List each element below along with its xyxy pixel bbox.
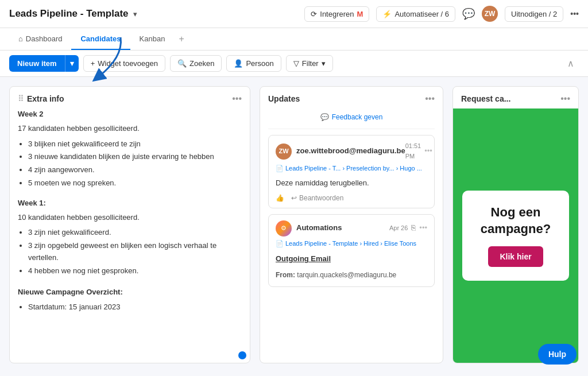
update1-text: Deze namiddag terugbellen.	[276, 177, 427, 189]
tab-candidates[interactable]: Candidates	[71, 29, 130, 50]
request-header: Request ca... •••	[453, 87, 578, 108]
new-item-caret-icon[interactable]: ▾	[65, 55, 79, 72]
update1-author: ZW zoe.wittebrood@mediaguru.be	[276, 144, 405, 160]
integreren-label: Integreren	[320, 10, 354, 18]
update1-breadcrumb: 📄 Leads Pipeline - T... › Preselection b…	[276, 164, 427, 174]
uitnodigen-button[interactable]: Uitnodigen / 2	[505, 6, 563, 22]
integreren-button[interactable]: ⟳ Integreren M	[304, 6, 369, 22]
extra-info-title-text: Extra info	[27, 94, 64, 103]
list-item: 5 moeten we nog spreken.	[28, 177, 242, 189]
title-chevron-icon[interactable]: ▾	[133, 10, 137, 18]
add-widget-button[interactable]: + Widget toevoegen	[83, 55, 165, 72]
klik-hier-button[interactable]: Klik hier	[488, 246, 543, 267]
week1-bullets: 3 zijn niet gekwalificeerd. 3 zijn opgeb…	[18, 227, 242, 277]
topbar: Leads Pipeline - Template ▾ ⟳ Integreren…	[0, 0, 588, 28]
like-button[interactable]: 👍	[276, 194, 284, 202]
automation-right: Apr 26 ⎘ •••	[389, 222, 427, 234]
copy-icon[interactable]: ⎘	[411, 222, 416, 234]
automation-date: Apr 26	[389, 223, 408, 234]
update1-breadcrumb-3[interactable]: Hugo ...	[400, 164, 422, 174]
tab-candidates-label: Candidates	[80, 34, 121, 43]
list-item: 3 nieuwe kandidaten blijken de juiste er…	[28, 151, 242, 163]
filter-icon: ▽	[293, 59, 299, 68]
integreren-icon: ⟳	[311, 10, 317, 18]
request-menu-icon[interactable]: •••	[560, 94, 570, 104]
filter-caret-icon: ▾	[322, 59, 326, 68]
update1-author-info: zoe.wittebrood@mediaguru.be	[296, 145, 405, 157]
avatar[interactable]: ZW	[482, 6, 498, 22]
person-button[interactable]: 👤 Persoon	[226, 55, 281, 72]
extra-info-menu-icon[interactable]: •••	[232, 94, 242, 104]
week2-intro: 17 kandidaten hebben gesolliciteerd.	[18, 123, 242, 135]
automatiseer-button[interactable]: ⚡ Automatiseer / 6	[376, 6, 455, 22]
feedback-section: 💬 Feedback geven	[268, 108, 435, 129]
gmail-icon: M	[357, 10, 363, 18]
updates-body: 💬 Feedback geven ZW zoe.wittebrood@media…	[260, 108, 443, 363]
collapse-icon[interactable]: ∧	[563, 56, 579, 71]
automation-header: ⚙ Automations Apr 26 ⎘ •••	[276, 220, 427, 237]
update-item-1: ZW zoe.wittebrood@mediaguru.be 01:51 PM …	[268, 135, 435, 208]
automations-icon: ⚙	[276, 220, 292, 237]
reply-icon: ↩	[291, 194, 297, 202]
request-promo-area: Nog een campagne? Klik hier	[453, 108, 578, 363]
outgoing-email-link[interactable]: Outgoing Email	[276, 253, 427, 265]
update1-avatar: ZW	[276, 144, 292, 160]
thumbsup-icon: 👍	[276, 194, 284, 202]
page-title: Leads Pipeline - Template	[9, 8, 129, 20]
person-label: Persoon	[246, 59, 273, 68]
plus-icon: +	[91, 59, 95, 68]
list-item: Startdatum: 15 januari 2023	[28, 301, 242, 313]
updates-title: Updates	[268, 94, 300, 103]
auto-breadcrumb-3[interactable]: Elise Toons	[384, 239, 416, 249]
updates-menu-icon[interactable]: •••	[425, 94, 435, 104]
automation-name-date: Automations	[296, 222, 342, 234]
update1-actions: 👍 ↩ Beantwoorden	[276, 194, 427, 202]
tab-dashboard[interactable]: ⌂ Dashboard	[9, 29, 71, 50]
resize-handle[interactable]	[238, 351, 246, 359]
person-icon: 👤	[234, 59, 243, 68]
week2-bullets: 3 blijken niet gekwalificeerd te zijn 3 …	[18, 138, 242, 189]
lightning-icon: ⚡	[382, 10, 392, 18]
request-widget: Request ca... ••• Nog een campagne? Klik…	[452, 86, 579, 363]
reply-button[interactable]: ↩ Beantwoorden	[291, 194, 343, 202]
automation-item: ⚙ Automations Apr 26 ⎘ ••• 📄 Leads Pipel…	[268, 214, 435, 288]
filter-button[interactable]: ▽ Filter ▾	[286, 55, 333, 72]
drag-handle-icon[interactable]: ⠿	[18, 94, 24, 103]
breadcrumb-doc-icon: 📄	[276, 164, 284, 174]
update1-menu-icon[interactable]: •••	[424, 145, 432, 157]
chat-icon[interactable]: 💬	[462, 7, 475, 20]
feedback-label[interactable]: Feedback geven	[332, 112, 383, 123]
new-item-label[interactable]: Nieuw item	[9, 55, 65, 72]
tab-add-button[interactable]: +	[174, 28, 188, 50]
tab-dashboard-label: Dashboard	[26, 34, 63, 43]
tab-kanban[interactable]: Kanban	[130, 29, 175, 50]
tab-kanban-label: Kanban	[140, 34, 165, 43]
main-content: ⠿ Extra info ••• Week 2 17 kandidaten he…	[0, 77, 588, 373]
help-button[interactable]: Hulp	[538, 344, 577, 365]
extra-info-title: ⠿ Extra info	[18, 94, 64, 103]
list-item: 4 zijn aangeworven.	[28, 164, 242, 176]
update1-breadcrumb-1[interactable]: Leads Pipeline - T...	[285, 164, 341, 174]
automation-doc-icon: 📄	[276, 239, 284, 249]
update1-right: 01:51 PM •••	[405, 141, 432, 161]
search-button[interactable]: 🔍 Zoeken	[170, 55, 222, 72]
updates-widget: Updates ••• 💬 Feedback geven ZW zoe.witt…	[260, 86, 443, 363]
more-icon[interactable]: •••	[570, 9, 579, 18]
tabbar: ⌂ Dashboard Candidates Kanban +	[0, 28, 588, 51]
new-item-button[interactable]: Nieuw item ▾	[9, 55, 79, 72]
request-promo-box: Nog een campagne? Klik hier	[462, 191, 569, 281]
topbar-left: Leads Pipeline - Template ▾	[9, 8, 137, 20]
week2-heading: Week 2	[18, 108, 242, 121]
filter-label: Filter	[302, 59, 319, 68]
campaign-heading: Nieuwe Campagne Overzicht:	[18, 286, 242, 299]
automation-author-info: ⚙ Automations	[276, 220, 342, 237]
auto-breadcrumb-1[interactable]: Leads Pipeline - Template	[285, 239, 358, 249]
update1-breadcrumb-2[interactable]: Preselection by...	[346, 164, 394, 174]
week1-intro: 10 kandidaten hebben gesolliciteerd.	[18, 212, 242, 224]
from-email: tarquin.quackels@mediaguru.be	[297, 271, 396, 279]
auto-breadcrumb-2[interactable]: Hired	[363, 239, 378, 249]
reply-label: Beantwoorden	[299, 194, 343, 202]
automation-breadcrumb: 📄 Leads Pipeline - Template › Hired › El…	[276, 239, 427, 249]
automation-menu-icon[interactable]: •••	[419, 222, 427, 234]
update1-header: ZW zoe.wittebrood@mediaguru.be 01:51 PM …	[276, 141, 427, 161]
